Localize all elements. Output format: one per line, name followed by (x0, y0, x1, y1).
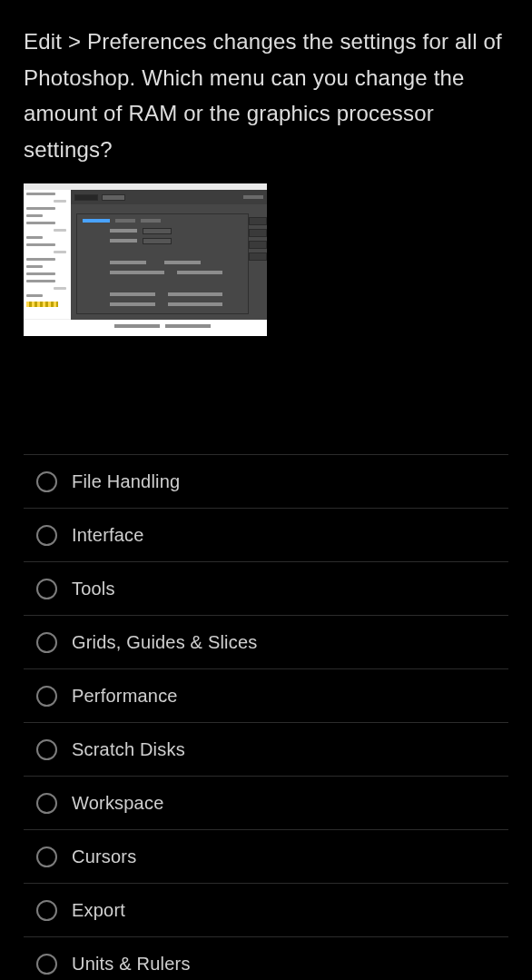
option-cursors[interactable]: Cursors (24, 830, 508, 884)
radio-icon (36, 739, 57, 760)
thumb-preferences-dialog (71, 190, 267, 320)
preferences-screenshot-thumbnail (24, 183, 267, 336)
option-performance[interactable]: Performance (24, 669, 508, 723)
option-label: Interface (72, 525, 144, 546)
quiz-page: Edit > Preferences changes the settings … (0, 0, 532, 980)
radio-icon (36, 525, 57, 546)
option-label: Scratch Disks (72, 739, 185, 760)
radio-icon (36, 686, 57, 707)
option-label: Grids, Guides & Slices (72, 632, 257, 653)
radio-icon (36, 793, 57, 814)
option-file-handling[interactable]: File Handling (24, 455, 508, 509)
radio-icon (36, 579, 57, 599)
option-label: Performance (72, 686, 178, 707)
option-interface[interactable]: Interface (24, 509, 508, 562)
radio-icon (36, 846, 57, 867)
radio-icon (36, 471, 57, 492)
question-text: Edit > Preferences changes the settings … (24, 24, 508, 167)
option-label: Cursors (72, 846, 136, 867)
option-label: Export (72, 900, 125, 921)
option-grids-guides-slices[interactable]: Grids, Guides & Slices (24, 616, 508, 669)
options-list: File Handling Interface Tools Grids, Gui… (24, 454, 508, 980)
option-label: File Handling (72, 471, 180, 492)
radio-icon (36, 900, 57, 921)
option-export[interactable]: Export (24, 884, 508, 937)
thumb-left-panel (24, 190, 71, 320)
radio-icon (36, 954, 57, 975)
option-scratch-disks[interactable]: Scratch Disks (24, 723, 508, 777)
option-label: Units & Rulers (72, 954, 191, 975)
option-label: Workspace (72, 793, 163, 814)
radio-icon (36, 632, 57, 653)
option-units-rulers[interactable]: Units & Rulers (24, 937, 508, 980)
option-workspace[interactable]: Workspace (24, 777, 508, 830)
option-label: Tools (72, 579, 115, 599)
option-tools[interactable]: Tools (24, 562, 508, 616)
